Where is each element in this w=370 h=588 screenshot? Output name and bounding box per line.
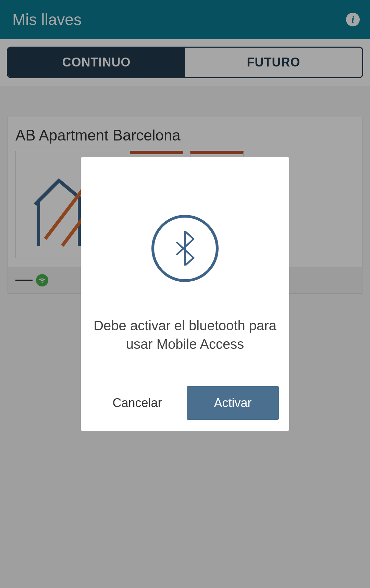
bluetooth-icon-circle (151, 215, 219, 282)
modal-overlay: Debe activar el bluetooth para usar Mobi… (0, 0, 370, 588)
bluetooth-icon (173, 231, 197, 266)
modal-message: Debe activar el bluetooth para usar Mobi… (81, 282, 289, 353)
bluetooth-modal: Debe activar el bluetooth para usar Mobi… (81, 157, 289, 431)
cancel-button[interactable]: Cancelar (91, 386, 183, 420)
modal-buttons: Cancelar Activar (81, 353, 289, 431)
activate-button[interactable]: Activar (187, 386, 279, 420)
